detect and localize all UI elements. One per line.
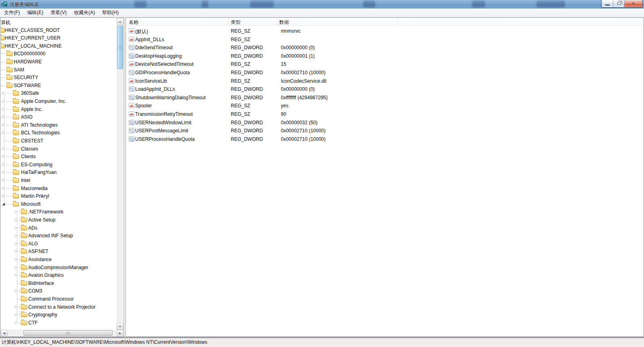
registry-value-row[interactable]: abSpoolerREG_SZyes: [126, 101, 644, 110]
expander-collapsed-icon[interactable]: ▷: [2, 146, 5, 151]
tree-item[interactable]: ▷HaiTaiFangYuan: [1, 168, 117, 176]
expander-collapsed-icon[interactable]: ▷: [15, 257, 18, 261]
registry-value-row[interactable]: ab(默认)REG_SZmnmsrvc: [126, 27, 644, 35]
tree-item[interactable]: ▷Avalon.Graphics: [1, 271, 117, 279]
tree-vertical-scrollbar[interactable]: ▲ ▼: [117, 18, 123, 330]
expander-collapsed-icon[interactable]: ▷: [2, 130, 5, 135]
tree-item[interactable]: ▷Classes: [1, 145, 117, 153]
tree-item[interactable]: HARDWARE: [1, 58, 117, 66]
menu-view[interactable]: 查看(V): [47, 8, 70, 17]
horizontal-scroll-thumb[interactable]: [23, 330, 113, 336]
tree-item[interactable]: ▷ES-Computing: [1, 161, 117, 169]
expander-collapsed-icon[interactable]: ▷: [2, 107, 5, 111]
registry-value-row[interactable]: 011 110USERNestedWindowLimitREG_DWORD0x0…: [126, 118, 644, 127]
expander-collapsed-icon[interactable]: ▷: [2, 91, 5, 95]
column-divider[interactable]: [278, 19, 278, 25]
expander-collapsed-icon[interactable]: ▷: [2, 115, 5, 119]
scroll-up-button[interactable]: ▲: [117, 18, 123, 25]
tree-item[interactable]: ▷ASIO: [1, 113, 117, 121]
tree-item[interactable]: ▷BCL Technologies: [1, 129, 117, 137]
tree-item[interactable]: SOFTWARE: [1, 82, 117, 90]
tree-item[interactable]: BCD00000000: [1, 50, 117, 58]
tree-item[interactable]: HKEY_CURRENT_USER: [1, 34, 117, 42]
expander-collapsed-icon[interactable]: ▷: [15, 312, 18, 317]
tree-item[interactable]: ▷.NETFramework: [1, 208, 117, 216]
registry-value-row[interactable]: 011 110DesktopHeapLoggingREG_DWORD0x0000…: [126, 52, 644, 60]
tree-item[interactable]: ▷ALG: [1, 240, 117, 248]
tree-item[interactable]: ▷Advanced INF Setup: [1, 232, 117, 240]
menu-favorites[interactable]: 收藏夹(A): [70, 8, 98, 17]
expander-collapsed-icon[interactable]: ▷: [15, 265, 18, 270]
tree-horizontal-scrollbar[interactable]: ◀ ▶: [1, 330, 123, 336]
expander-collapsed-icon[interactable]: ▷: [15, 226, 18, 230]
tree-item[interactable]: BidInterface: [1, 279, 117, 287]
registry-value-row[interactable]: 011 110ShutdownWarningDialogTimeoutREG_D…: [126, 93, 644, 102]
expander-collapsed-icon[interactable]: ▷: [15, 209, 18, 214]
expander-collapsed-icon[interactable]: ▷: [15, 217, 18, 222]
registry-value-row[interactable]: 011 110USERPostMessageLimitREG_DWORD0x00…: [126, 126, 644, 135]
tree-item[interactable]: ▷Intel: [1, 176, 117, 184]
expander-collapsed-icon[interactable]: ▷: [2, 194, 5, 198]
tree-item[interactable]: SAM: [1, 66, 117, 74]
expander-collapsed-icon[interactable]: ▷: [15, 320, 18, 325]
column-header-name[interactable]: 名称: [129, 19, 138, 26]
tree-item[interactable]: ▷Clients: [1, 153, 117, 161]
scroll-right-button[interactable]: ▶: [117, 330, 123, 336]
tree-item[interactable]: ▷Apple Inc.: [1, 105, 117, 113]
expander-collapsed-icon[interactable]: ▷: [15, 233, 18, 238]
restore-button[interactable]: [613, 0, 624, 7]
registry-value-row[interactable]: 011 110LoadAppInit_DLLsREG_DWORD0x000000…: [126, 85, 644, 93]
column-header-type[interactable]: 类型: [231, 19, 240, 26]
tree-item[interactable]: Command Processor: [1, 295, 117, 303]
scroll-left-button[interactable]: ◀: [1, 330, 8, 336]
tree-item[interactable]: HKEY_LOCAL_MACHINE: [1, 42, 117, 50]
expander-collapsed-icon[interactable]: ▷: [2, 162, 5, 167]
tree-item[interactable]: ▷COM3: [1, 287, 117, 295]
scroll-down-button[interactable]: ▼: [117, 323, 123, 330]
tree-item[interactable]: HKEY_CLASSES_ROOT: [1, 26, 117, 34]
column-divider[interactable]: [397, 19, 398, 25]
tree-item[interactable]: ▷CTF: [1, 319, 117, 327]
tree-item[interactable]: ▷Apple Computer, Inc.: [1, 97, 117, 105]
expander-collapsed-icon[interactable]: ▷: [15, 305, 18, 309]
tree-item[interactable]: SECURITY: [1, 73, 117, 82]
tree-item[interactable]: ▷ADs: [1, 224, 117, 232]
expander-collapsed-icon[interactable]: ▷: [2, 186, 5, 190]
expander-collapsed-icon[interactable]: ▷: [2, 154, 5, 159]
menu-help[interactable]: 帮助(H): [98, 8, 122, 17]
expander-collapsed-icon[interactable]: ▷: [2, 178, 5, 182]
registry-value-row[interactable]: 011 110GDIProcessHandleQuotaREG_DWORD0x0…: [126, 68, 644, 77]
expander-expanded-icon[interactable]: ◢: [2, 202, 5, 206]
column-divider[interactable]: [228, 19, 228, 25]
expander-collapsed-icon[interactable]: ▷: [2, 123, 5, 127]
tree-item[interactable]: CBSTEST: [1, 137, 117, 145]
registry-value-row[interactable]: abAppInit_DLLsREG_SZ: [126, 35, 644, 44]
tree-item[interactable]: ▷Assistance: [1, 255, 117, 263]
tree-item[interactable]: ▷ATI Technologies: [1, 121, 117, 129]
close-button[interactable]: ✕: [624, 0, 642, 7]
tree-item[interactable]: ▷360Safe: [1, 89, 117, 97]
expander-collapsed-icon[interactable]: ▷: [2, 99, 5, 103]
expander-collapsed-icon[interactable]: ▷: [15, 249, 18, 253]
registry-value-row[interactable]: abDeviceNotSelectedTimeoutREG_SZ15: [126, 60, 644, 68]
expander-collapsed-icon[interactable]: ▷: [2, 170, 5, 174]
registry-value-row[interactable]: 011 110USERProcessHandleQuotaREG_DWORD0x…: [126, 135, 644, 143]
tree-item[interactable]: ▷Martin Prikryl: [1, 192, 117, 200]
minimize-button[interactable]: [602, 0, 613, 7]
registry-value-row[interactable]: abTransmissionRetryTimeoutREG_SZ90: [126, 110, 644, 118]
expander-collapsed-icon[interactable]: ▷: [15, 273, 18, 277]
tree-item[interactable]: ▷AudioCompressionManager: [1, 263, 117, 272]
tree-item[interactable]: ▷Macromedia: [1, 184, 117, 192]
registry-value-row[interactable]: abIconServiceLibREG_SZIconCodecService.d…: [126, 77, 644, 85]
tree-item[interactable]: ◢Microsoft: [1, 200, 117, 208]
tree-item[interactable]: ▷Connect to a Network Projector: [1, 303, 117, 311]
expander-collapsed-icon[interactable]: ▷: [15, 288, 18, 293]
vertical-scroll-thumb[interactable]: [117, 26, 123, 69]
tree-item[interactable]: ▷Active Setup: [1, 216, 117, 224]
expander-collapsed-icon[interactable]: ▷: [15, 241, 18, 246]
column-header-data[interactable]: 数据: [279, 19, 289, 26]
tree-item[interactable]: 计算机: [1, 18, 117, 26]
menu-file[interactable]: 文件(F): [0, 8, 23, 17]
menu-edit[interactable]: 编辑(E): [23, 8, 47, 17]
tree-item[interactable]: ▷Cryptography: [1, 311, 117, 319]
